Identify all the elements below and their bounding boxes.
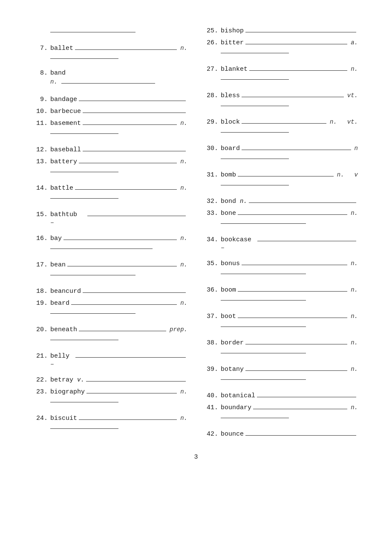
list-item: 36. boom n. — [205, 285, 358, 309]
list-item: 32. bond n. — [205, 196, 358, 205]
list-item: 28. bless vt. — [205, 90, 358, 114]
list-item: 16. bay n. — [34, 233, 187, 257]
list-item: 40. botanical — [205, 390, 358, 400]
list-item: 11. basement n. — [34, 118, 187, 142]
list-item: 14. battle n. — [34, 183, 187, 207]
list-item: 31. bomb n. v — [205, 170, 358, 194]
list-item: 18. beancurd — [34, 286, 187, 295]
list-item: 27. blanket n. — [205, 64, 358, 88]
list-item: 20. beneath prep. — [34, 324, 187, 348]
list-item: 37. boot n. — [205, 311, 358, 335]
list-item: 35. bonus n. — [205, 258, 358, 282]
list-item: 22. betray v. — [34, 375, 187, 384]
list-item: 33. bone n. — [205, 208, 358, 232]
list-item — [34, 26, 187, 40]
list-item: 41. boundary n. — [205, 402, 358, 426]
list-item: 15. bathtub – — [34, 209, 187, 231]
list-item: 23. biography n. — [34, 387, 187, 410]
list-item: 12. baseball — [34, 145, 187, 154]
list-item: 42. bounce — [205, 429, 358, 438]
list-item: 30. board n — [205, 143, 358, 167]
list-item: 34. bookcase – — [205, 234, 358, 256]
list-item: 39. botany n. — [205, 364, 358, 388]
page: 7. ballet n. 8. band n. — [0, 0, 392, 555]
list-item: 10. barbecue — [34, 106, 187, 116]
list-item: 21. belly – — [34, 351, 187, 372]
list-item: 13. battery n. — [34, 156, 187, 180]
list-item: 19. beard n. — [34, 298, 187, 322]
list-item: 25. bishop — [205, 26, 358, 35]
list-item: 17. bean n. — [34, 260, 187, 283]
list-item: 9. bandage — [34, 94, 187, 104]
list-item: 38. border n. — [205, 338, 358, 361]
list-item: 8. band n. — [34, 69, 187, 92]
left-column: 7. ballet n. 8. band n. — [34, 26, 196, 441]
right-column: 25. bishop 26. bitter a. 27. — [196, 26, 358, 441]
page-number: 3 — [34, 454, 358, 461]
list-item: 7. ballet n. — [34, 43, 187, 67]
list-item: 29. block n. vt. — [205, 117, 358, 141]
list-item: 26. bitter a. — [205, 38, 358, 61]
list-item: 24. biscuit n. — [34, 413, 187, 431]
